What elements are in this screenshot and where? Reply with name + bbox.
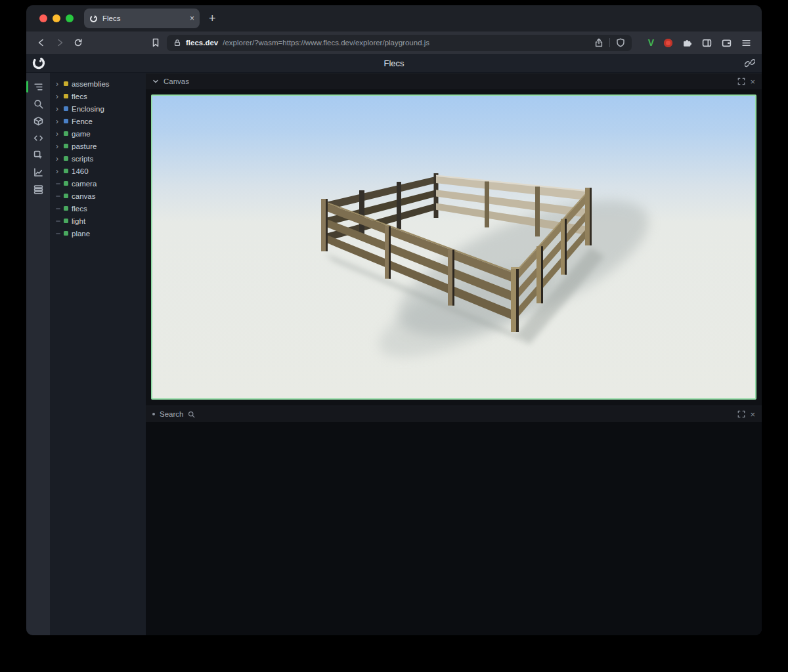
tab-strip: Flecs × + [26, 5, 762, 32]
entity-label: pasture [72, 142, 97, 150]
app-header: Flecs [26, 54, 762, 73]
close-window-button[interactable] [39, 14, 47, 22]
tree-item[interactable]: plane [50, 227, 146, 240]
flecs-logo [32, 56, 46, 70]
entity-color-icon [64, 81, 68, 86]
sidebar-toggle-icon[interactable] [702, 38, 712, 48]
shield-icon[interactable] [616, 38, 625, 47]
close-icon[interactable]: × [750, 77, 755, 86]
fence-3d-render [152, 96, 755, 398]
active-indicator [26, 81, 28, 93]
expand-chevron[interactable] [56, 196, 60, 197]
expand-chevron[interactable]: › [56, 142, 60, 150]
zoom-window-button[interactable] [66, 14, 74, 22]
search-panel-body [146, 422, 762, 635]
search-icon[interactable] [26, 95, 50, 112]
wallet-icon[interactable] [722, 38, 732, 48]
entity-label: assemblies [72, 80, 110, 88]
main-panels: Canvas × [146, 73, 762, 635]
tree-item[interactable]: flecs [50, 202, 146, 215]
code-icon[interactable] [26, 129, 50, 146]
expand-chevron[interactable]: › [56, 155, 60, 163]
search-panel-header: Search × [146, 406, 762, 422]
close-tab-button[interactable]: × [190, 14, 194, 23]
share-icon[interactable] [594, 38, 603, 47]
back-button[interactable] [34, 35, 49, 50]
entity-label: flecs [72, 93, 87, 100]
expand-chevron[interactable] [56, 208, 60, 209]
entity-color-icon [64, 231, 68, 236]
entity-label: camera [72, 180, 97, 188]
new-tab-button[interactable]: + [209, 12, 216, 24]
entity-label: game [72, 130, 91, 138]
tree-item[interactable]: light [50, 215, 146, 227]
traffic-lights [39, 14, 74, 22]
stats-icon[interactable] [26, 163, 50, 180]
entity-label: flecs [72, 205, 87, 213]
expand-chevron[interactable]: › [56, 130, 60, 138]
tree-item[interactable]: › game [50, 127, 146, 140]
expand-chevron[interactable]: › [56, 167, 60, 175]
tree-item[interactable]: canvas [50, 190, 146, 202]
expand-chevron[interactable]: › [56, 80, 60, 88]
v-extension-icon[interactable]: V [648, 37, 654, 48]
tree-item[interactable]: › pasture [50, 140, 146, 152]
search-panel-title: Search [160, 410, 183, 418]
expand-chevron[interactable] [56, 183, 60, 184]
expand-chevron[interactable]: › [56, 117, 60, 125]
entity-tree: › assemblies › flecs › Enclosing › [50, 73, 146, 635]
forward-button[interactable] [53, 35, 67, 50]
tree-item[interactable]: › assemblies [50, 77, 146, 90]
entity-color-icon [64, 181, 68, 186]
flecs-explorer-page: Flecs [26, 54, 762, 635]
tree-item[interactable]: › Enclosing [50, 102, 146, 115]
cube-icon[interactable] [26, 112, 50, 129]
minimize-window-button[interactable] [53, 14, 60, 22]
url-path: /explorer/?wasm=https://www.flecs.dev/ex… [223, 39, 429, 47]
entity-color-icon [64, 169, 68, 173]
tree-item[interactable]: › flecs [50, 90, 146, 102]
close-icon[interactable]: × [750, 410, 755, 419]
chevron-down-icon[interactable] [152, 78, 159, 85]
tree-item[interactable]: › 1460 [50, 165, 146, 177]
expand-chevron[interactable] [56, 233, 60, 234]
browser-tab[interactable]: Flecs × [84, 9, 200, 28]
panel-bullet-icon[interactable] [152, 413, 155, 415]
navigation-bar: flecs.dev/explorer/?wasm=https://www.fle… [26, 32, 762, 54]
tree-item[interactable]: camera [50, 177, 146, 190]
red-extension-icon[interactable] [664, 39, 672, 47]
entity-color-icon [64, 94, 68, 98]
expand-chevron[interactable]: › [56, 93, 60, 100]
expand-icon[interactable] [737, 410, 745, 418]
entity-color-icon [64, 131, 68, 136]
expand-icon[interactable] [737, 77, 745, 85]
entity-label: Fence [72, 117, 93, 125]
memory-icon[interactable] [26, 180, 50, 198]
link-icon[interactable] [745, 58, 755, 68]
entity-color-icon [64, 106, 68, 111]
puzzle-icon[interactable] [682, 38, 692, 48]
expand-chevron[interactable]: › [56, 105, 60, 113]
menu-icon[interactable] [741, 38, 751, 48]
entity-label: light [72, 217, 85, 225]
entity-color-icon [64, 119, 68, 123]
inspect-icon[interactable] [26, 146, 50, 163]
entity-color-icon [64, 156, 68, 161]
entity-color-icon [64, 206, 68, 211]
favicon-flecs [89, 14, 98, 23]
lock-icon [173, 39, 181, 47]
canvas-panel-title: Canvas [164, 77, 189, 85]
3d-viewport[interactable] [151, 94, 756, 400]
url-domain: flecs.dev [186, 39, 218, 47]
browser-extensions: V [648, 37, 754, 48]
tree-item[interactable]: › scripts [50, 152, 146, 165]
reload-button[interactable] [71, 35, 85, 50]
tree-item[interactable]: › Fence [50, 115, 146, 127]
expand-chevron[interactable] [56, 220, 60, 222]
entity-label: Enclosing [72, 105, 104, 113]
url-input[interactable]: flecs.dev/explorer/?wasm=https://www.fle… [167, 35, 632, 51]
tab-title: Flecs [102, 14, 185, 22]
sky-and-ground [152, 96, 755, 398]
bookmark-icon[interactable] [148, 35, 163, 50]
outliner-icon[interactable] [26, 78, 50, 95]
